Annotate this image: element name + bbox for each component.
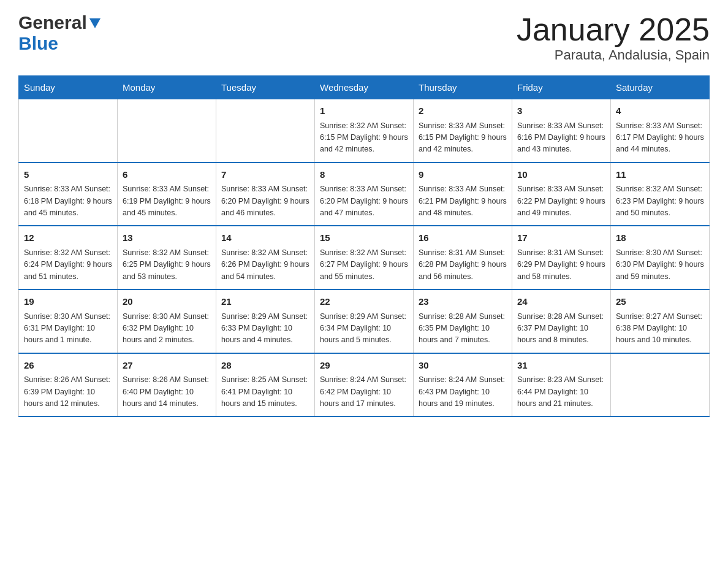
column-header-monday: Monday xyxy=(118,76,216,99)
calendar-week-row: 26Sunrise: 8:26 AM Sunset: 6:39 PM Dayli… xyxy=(19,353,710,417)
day-info: Sunrise: 8:33 AM Sunset: 6:21 PM Dayligh… xyxy=(419,183,507,219)
day-number: 18 xyxy=(616,231,704,245)
day-number: 19 xyxy=(24,295,112,309)
calendar-cell: 23Sunrise: 8:28 AM Sunset: 6:35 PM Dayli… xyxy=(414,289,512,353)
calendar-cell: 11Sunrise: 8:32 AM Sunset: 6:23 PM Dayli… xyxy=(611,163,710,226)
day-info: Sunrise: 8:30 AM Sunset: 6:31 PM Dayligh… xyxy=(24,311,112,347)
calendar-cell: 18Sunrise: 8:30 AM Sunset: 6:30 PM Dayli… xyxy=(611,226,710,289)
calendar-cell: 15Sunrise: 8:32 AM Sunset: 6:27 PM Dayli… xyxy=(315,226,414,289)
calendar-cell: 14Sunrise: 8:32 AM Sunset: 6:26 PM Dayli… xyxy=(216,226,315,289)
day-number: 24 xyxy=(517,295,605,309)
calendar-cell: 30Sunrise: 8:24 AM Sunset: 6:43 PM Dayli… xyxy=(414,353,512,417)
day-info: Sunrise: 8:32 AM Sunset: 6:26 PM Dayligh… xyxy=(221,247,309,283)
title-block: January 2025 Parauta, Andalusia, Spain xyxy=(517,12,710,63)
day-info: Sunrise: 8:29 AM Sunset: 6:33 PM Dayligh… xyxy=(221,311,309,347)
day-number: 4 xyxy=(616,104,704,118)
day-info: Sunrise: 8:33 AM Sunset: 6:19 PM Dayligh… xyxy=(123,183,211,219)
column-header-tuesday: Tuesday xyxy=(216,76,315,99)
day-number: 30 xyxy=(419,359,507,373)
calendar-cell: 16Sunrise: 8:31 AM Sunset: 6:28 PM Dayli… xyxy=(414,226,512,289)
logo: General Blue xyxy=(18,12,100,54)
day-info: Sunrise: 8:32 AM Sunset: 6:27 PM Dayligh… xyxy=(320,247,408,283)
day-number: 11 xyxy=(616,168,704,182)
column-header-thursday: Thursday xyxy=(414,76,512,99)
calendar-subtitle: Parauta, Andalusia, Spain xyxy=(517,47,710,63)
day-number: 23 xyxy=(419,295,507,309)
calendar-body: 1Sunrise: 8:32 AM Sunset: 6:15 PM Daylig… xyxy=(19,99,710,417)
day-info: Sunrise: 8:33 AM Sunset: 6:16 PM Dayligh… xyxy=(517,120,605,156)
day-number: 13 xyxy=(123,231,211,245)
column-header-friday: Friday xyxy=(512,76,611,99)
calendar-cell: 13Sunrise: 8:32 AM Sunset: 6:25 PM Dayli… xyxy=(118,226,216,289)
day-number: 14 xyxy=(221,231,309,245)
day-number: 2 xyxy=(419,104,507,118)
day-info: Sunrise: 8:26 AM Sunset: 6:40 PM Dayligh… xyxy=(123,374,211,410)
day-number: 25 xyxy=(616,295,704,309)
day-info: Sunrise: 8:33 AM Sunset: 6:22 PM Dayligh… xyxy=(517,183,605,219)
calendar-cell: 26Sunrise: 8:26 AM Sunset: 6:39 PM Dayli… xyxy=(19,353,118,417)
day-number: 28 xyxy=(221,359,309,373)
calendar-cell: 9Sunrise: 8:33 AM Sunset: 6:21 PM Daylig… xyxy=(414,163,512,226)
calendar-cell: 22Sunrise: 8:29 AM Sunset: 6:34 PM Dayli… xyxy=(315,289,414,353)
day-info: Sunrise: 8:23 AM Sunset: 6:44 PM Dayligh… xyxy=(517,374,605,410)
day-number: 22 xyxy=(320,295,408,309)
calendar-cell: 6Sunrise: 8:33 AM Sunset: 6:19 PM Daylig… xyxy=(118,163,216,226)
day-info: Sunrise: 8:33 AM Sunset: 6:20 PM Dayligh… xyxy=(320,183,408,219)
day-number: 6 xyxy=(123,168,211,182)
calendar-cell: 12Sunrise: 8:32 AM Sunset: 6:24 PM Dayli… xyxy=(19,226,118,289)
calendar-title: January 2025 xyxy=(517,12,710,47)
day-number: 15 xyxy=(320,231,408,245)
day-info: Sunrise: 8:33 AM Sunset: 6:18 PM Dayligh… xyxy=(24,183,112,219)
calendar-header-row: SundayMondayTuesdayWednesdayThursdayFrid… xyxy=(19,76,710,99)
calendar-cell xyxy=(216,99,315,163)
day-number: 1 xyxy=(320,104,408,118)
logo-general-text: General xyxy=(18,12,87,33)
calendar-cell: 1Sunrise: 8:32 AM Sunset: 6:15 PM Daylig… xyxy=(315,99,414,163)
column-header-saturday: Saturday xyxy=(611,76,710,99)
day-number: 27 xyxy=(123,359,211,373)
day-info: Sunrise: 8:29 AM Sunset: 6:34 PM Dayligh… xyxy=(320,311,408,347)
day-number: 21 xyxy=(221,295,309,309)
calendar-cell xyxy=(19,99,118,163)
day-info: Sunrise: 8:32 AM Sunset: 6:15 PM Dayligh… xyxy=(320,120,408,156)
calendar-cell: 5Sunrise: 8:33 AM Sunset: 6:18 PM Daylig… xyxy=(19,163,118,226)
column-header-wednesday: Wednesday xyxy=(315,76,414,99)
calendar-cell xyxy=(611,353,710,417)
day-number: 29 xyxy=(320,359,408,373)
calendar-week-row: 12Sunrise: 8:32 AM Sunset: 6:24 PM Dayli… xyxy=(19,226,710,289)
calendar-week-row: 1Sunrise: 8:32 AM Sunset: 6:15 PM Daylig… xyxy=(19,99,710,163)
page-header: General Blue January 2025 Parauta, Andal… xyxy=(18,12,710,63)
calendar-cell: 7Sunrise: 8:33 AM Sunset: 6:20 PM Daylig… xyxy=(216,163,315,226)
day-info: Sunrise: 8:33 AM Sunset: 6:20 PM Dayligh… xyxy=(221,183,309,219)
day-number: 8 xyxy=(320,168,408,182)
calendar-cell: 4Sunrise: 8:33 AM Sunset: 6:17 PM Daylig… xyxy=(611,99,710,163)
calendar-cell: 3Sunrise: 8:33 AM Sunset: 6:16 PM Daylig… xyxy=(512,99,611,163)
calendar-cell: 31Sunrise: 8:23 AM Sunset: 6:44 PM Dayli… xyxy=(512,353,611,417)
calendar-cell: 29Sunrise: 8:24 AM Sunset: 6:42 PM Dayli… xyxy=(315,353,414,417)
day-info: Sunrise: 8:32 AM Sunset: 6:24 PM Dayligh… xyxy=(24,247,112,283)
day-info: Sunrise: 8:25 AM Sunset: 6:41 PM Dayligh… xyxy=(221,374,309,410)
day-number: 12 xyxy=(24,231,112,245)
calendar-week-row: 19Sunrise: 8:30 AM Sunset: 6:31 PM Dayli… xyxy=(19,289,710,353)
day-number: 9 xyxy=(419,168,507,182)
day-number: 16 xyxy=(419,231,507,245)
logo-triangle-icon xyxy=(89,18,100,31)
day-info: Sunrise: 8:30 AM Sunset: 6:32 PM Dayligh… xyxy=(123,311,211,347)
day-number: 17 xyxy=(517,231,605,245)
logo-blue-text: Blue xyxy=(18,33,58,53)
calendar-cell xyxy=(118,99,216,163)
calendar-header: SundayMondayTuesdayWednesdayThursdayFrid… xyxy=(19,76,710,99)
day-info: Sunrise: 8:30 AM Sunset: 6:30 PM Dayligh… xyxy=(616,247,704,283)
day-info: Sunrise: 8:32 AM Sunset: 6:23 PM Dayligh… xyxy=(616,183,704,219)
day-info: Sunrise: 8:33 AM Sunset: 6:15 PM Dayligh… xyxy=(419,120,507,156)
calendar-cell: 21Sunrise: 8:29 AM Sunset: 6:33 PM Dayli… xyxy=(216,289,315,353)
day-number: 20 xyxy=(123,295,211,309)
calendar-cell: 2Sunrise: 8:33 AM Sunset: 6:15 PM Daylig… xyxy=(414,99,512,163)
day-info: Sunrise: 8:26 AM Sunset: 6:39 PM Dayligh… xyxy=(24,374,112,410)
calendar-cell: 17Sunrise: 8:31 AM Sunset: 6:29 PM Dayli… xyxy=(512,226,611,289)
calendar-cell: 24Sunrise: 8:28 AM Sunset: 6:37 PM Dayli… xyxy=(512,289,611,353)
day-info: Sunrise: 8:28 AM Sunset: 6:35 PM Dayligh… xyxy=(419,311,507,347)
column-header-sunday: Sunday xyxy=(19,76,118,99)
day-number: 31 xyxy=(517,359,605,373)
day-number: 10 xyxy=(517,168,605,182)
